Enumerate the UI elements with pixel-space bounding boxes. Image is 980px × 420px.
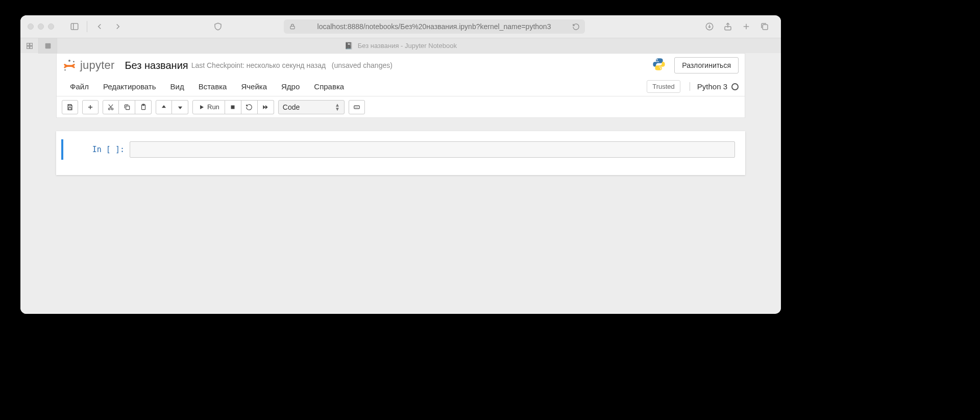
checkpoint-info: Last Checkpoint: несколько секунд назад … [191,61,393,69]
sidebar-toggle-icon[interactable] [68,20,81,33]
run-label: Run [207,103,219,111]
toolbar: Run Code ▲▼ [57,96,745,118]
menu-view[interactable]: Вид [163,79,191,94]
share-icon[interactable] [722,20,734,33]
copy-button[interactable] [119,100,135,114]
python-logo-icon [652,57,666,73]
svg-rect-9 [27,43,29,45]
jupyter-header: jupyter Без названия Last Checkpoint: не… [57,54,745,77]
menu-help[interactable]: Справка [307,79,351,94]
tab-title-text: Без названия - Jupyter Notebook [358,42,457,50]
shield-icon[interactable] [212,20,224,33]
svg-rect-2 [290,26,295,29]
svg-point-16 [73,61,75,63]
svg-point-21 [108,108,110,110]
kernel-name: Python 3 [697,82,727,91]
logout-label: Разлогиниться [682,61,731,69]
close-window-button[interactable] [28,23,34,30]
reload-icon[interactable] [572,23,580,31]
browser-tabstrip: 📓 Без названия - Jupyter Notebook [20,38,781,53]
checkpoint-label: Last Checkpoint: [191,61,244,69]
jupyter-header-container: jupyter Без названия Last Checkpoint: не… [56,53,745,118]
notebook-icon: 📓 [345,42,353,50]
unsaved-label: (unsaved changes) [332,61,393,69]
jupyter-brand-text: jupyter [80,59,114,72]
cut-button[interactable] [103,100,119,114]
address-bar[interactable]: localhost:8888/notebooks/Без%20названия.… [284,19,585,34]
svg-rect-0 [71,23,78,30]
new-tab-icon[interactable] [740,20,752,33]
save-button[interactable] [62,100,78,114]
menu-insert[interactable]: Вставка [191,79,234,94]
forward-icon[interactable] [112,20,124,33]
jupyter-logo[interactable]: jupyter [63,59,114,72]
kernel-indicator[interactable]: Python 3 [690,82,739,91]
traffic-lights [28,23,54,30]
menu-cell[interactable]: Ячейка [234,79,274,94]
select-chevron-icon: ▲▼ [335,103,340,111]
svg-point-15 [64,69,66,70]
browser-titlebar: localhost:8888/notebooks/Без%20названия.… [20,15,781,38]
pinned-tab-2[interactable] [39,38,57,54]
svg-rect-18 [69,107,71,110]
toolbar-separator [87,21,87,32]
svg-rect-11 [27,46,29,48]
menu-kernel[interactable]: Ядро [274,79,307,94]
svg-point-14 [68,60,70,62]
interrupt-button[interactable] [225,100,241,114]
svg-point-22 [111,108,113,110]
trusted-indicator[interactable]: Trusted [647,80,680,93]
cell-prompt: In [ ]: [63,141,130,158]
svg-rect-8 [763,24,768,30]
restart-run-all-button[interactable] [258,100,274,114]
lock-icon [289,23,296,30]
back-icon[interactable] [93,20,106,33]
downloads-icon[interactable] [703,20,716,33]
notebook-title[interactable]: Без названия [125,60,188,71]
menubar: Файл Редактировать Вид Вставка Ячейка Яд… [57,77,745,96]
svg-rect-12 [30,46,32,48]
code-cell[interactable]: In [ ]: [61,139,740,160]
cell-code-input[interactable] [130,141,735,158]
address-url: localhost:8888/notebooks/Без%20названия.… [300,22,568,31]
restart-button[interactable] [241,100,258,114]
checkpoint-time: несколько секунд назад [247,61,326,69]
run-button[interactable]: Run [192,100,225,114]
paste-button[interactable] [135,100,152,114]
notebook-body: In [ ]: [20,118,781,188]
menu-file[interactable]: Файл [63,79,96,94]
menu-edit[interactable]: Редактировать [96,79,163,94]
move-up-button[interactable] [156,100,172,114]
maximize-window-button[interactable] [48,23,54,30]
cell-type-value: Code [283,103,300,111]
cell-type-select[interactable]: Code ▲▼ [278,100,345,114]
logout-button[interactable]: Разлогиниться [674,57,739,73]
tabs-overview-icon[interactable] [758,20,771,33]
minimize-window-button[interactable] [38,23,44,30]
notebook-container: In [ ]: [56,131,745,175]
active-tab-title: 📓 Без названия - Jupyter Notebook [20,42,781,50]
kernel-status-icon [731,83,739,90]
insert-cell-button[interactable] [82,100,99,114]
svg-rect-17 [69,104,71,106]
page-content: jupyter Без названия Last Checkpoint: не… [20,53,781,314]
svg-rect-10 [30,43,32,45]
command-palette-button[interactable] [349,100,365,114]
svg-rect-28 [231,105,235,109]
svg-rect-25 [126,106,129,109]
svg-rect-13 [45,43,51,48]
move-down-button[interactable] [172,100,188,114]
pinned-tab-1[interactable] [20,38,39,54]
browser-window: localhost:8888/notebooks/Без%20названия.… [20,15,781,314]
